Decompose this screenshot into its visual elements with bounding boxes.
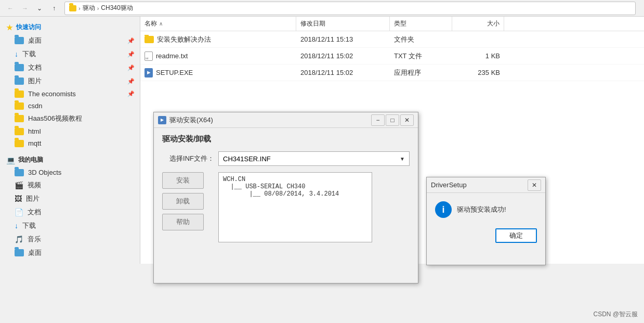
driver-heading: 驱动安装/卸载: [162, 134, 410, 144]
folder-3d-icon: [15, 169, 24, 176]
driver-dialog-maximize[interactable]: □: [386, 114, 399, 126]
sidebar-item-mqtt[interactable]: mqtt: [0, 137, 140, 149]
sidebar-item-economists[interactable]: The economists 📌: [0, 88, 140, 100]
sidebar-item-pictures[interactable]: 图片 📌: [0, 74, 140, 88]
driver-buttons: 安装 卸载 帮助: [162, 172, 204, 230]
file-size-cell: 235 KB: [452, 69, 504, 76]
sidebar-item-music[interactable]: 🎵 音乐: [0, 232, 140, 246]
pin-icon: 📌: [127, 37, 135, 44]
sidebar-item-label: mqtt: [28, 139, 41, 147]
sidebar-item-haas[interactable]: Haas506视频教程: [0, 112, 140, 125]
sidebar-item-label: csdn: [28, 102, 42, 110]
download-icon2: ↓: [15, 222, 18, 230]
sidebar-item-documents[interactable]: 文档 📌: [0, 61, 140, 74]
address-bar[interactable]: › 驱动 › CH340驱动: [64, 2, 636, 15]
driversetup-controls: ✕: [528, 179, 541, 191]
sidebar-item-label: 3D Objects: [28, 169, 61, 176]
address-folder-icon: [69, 5, 76, 11]
dropdown-arrow-icon: ▼: [400, 156, 405, 162]
pin-icon: 📌: [127, 78, 135, 85]
sidebar-item-downloads[interactable]: ↓ 下载 📌: [0, 47, 140, 61]
breadcrumb-part1: 驱动: [83, 4, 95, 12]
computer-icon: 💻: [6, 156, 15, 164]
sidebar-item-label: 图片: [28, 76, 42, 86]
sidebar-item-desktop[interactable]: 桌面 📌: [0, 34, 140, 47]
sidebar-item-label: 桌面: [28, 36, 42, 45]
info-circle-icon: i: [435, 201, 452, 218]
pin-icon: 📌: [127, 51, 135, 58]
forward-button[interactable]: →: [19, 2, 31, 15]
sidebar-item-desktop2[interactable]: 桌面: [0, 246, 140, 260]
nav-controls: ← → ⌄ ↑: [4, 2, 60, 15]
driversetup-message: 驱动预安装成功!: [457, 205, 506, 214]
watermark: CSDN @智云服: [593, 310, 638, 319]
file-type-cell: 文件夹: [390, 35, 452, 44]
title-bar: ← → ⌄ ↑ › 驱动 › CH340驱动: [0, 0, 644, 17]
recent-button[interactable]: ⌄: [33, 2, 46, 15]
driver-dialog-close[interactable]: ✕: [400, 114, 414, 126]
help-button[interactable]: 帮助: [162, 214, 204, 230]
sidebar-item-label: 图片: [26, 194, 40, 203]
col-date[interactable]: 修改日期: [296, 17, 390, 31]
folder-icon: [15, 115, 24, 122]
sidebar-item-3d-objects[interactable]: 3D Objects: [0, 166, 140, 178]
pin-icon: 📌: [127, 91, 135, 97]
driver-dialog-icon: ▶: [158, 116, 166, 124]
pin-icon: 📌: [127, 64, 135, 71]
sidebar-item-documents2[interactable]: 📄 文档: [0, 205, 140, 219]
file-name-cell: readme.txt: [140, 51, 296, 61]
desktop-folder-icon: [15, 249, 24, 256]
exe-file-icon: ▶: [144, 68, 153, 77]
file-size-cell: 1 KB: [452, 52, 504, 60]
my-computer-label: 我的电脑: [18, 156, 43, 164]
driver-dialog-content: 驱动安装/卸载 选择INF文件： CH341SER.INF ▼ WCH.CN |…: [154, 128, 418, 249]
table-row[interactable]: readme.txt 2018/12/11 15:02 TXT 文件 1 KB: [140, 48, 644, 64]
driver-dialog-minimize[interactable]: −: [371, 114, 385, 126]
back-button[interactable]: ←: [4, 2, 17, 15]
document-icon: 📄: [15, 208, 23, 216]
folder-icon: [15, 37, 24, 44]
file-date-cell: 2018/12/11 15:13: [296, 35, 390, 43]
sidebar-item-pictures2[interactable]: 🖼 图片: [0, 192, 140, 205]
col-type[interactable]: 类型: [390, 17, 452, 31]
sidebar-item-label: 音乐: [28, 235, 41, 244]
star-icon: ★: [6, 23, 13, 32]
folder-icon: [15, 64, 24, 71]
sidebar-item-csdn[interactable]: csdn: [0, 100, 140, 112]
driversetup-ok-button[interactable]: 确定: [495, 228, 537, 243]
quick-access-header[interactable]: ★ 快速访问: [0, 21, 140, 34]
folder-icon: [15, 91, 24, 98]
file-list-header: 名称 ∧ 修改日期 类型 大小: [140, 17, 644, 31]
install-button[interactable]: 安装: [162, 172, 204, 189]
table-row[interactable]: ▶ SETUP.EXE 2018/12/11 15:02 应用程序 235 KB: [140, 64, 644, 81]
file-date-cell: 2018/12/11 15:02: [296, 69, 390, 76]
sort-arrow: ∧: [159, 21, 163, 27]
breadcrumb-part2: CH340驱动: [101, 4, 133, 12]
row-folder-icon: [144, 36, 154, 43]
inf-label: 选择INF文件：: [162, 154, 214, 163]
driver-output-text: WCH.CN |__ USB-SERIAL CH340 |__ 08/08/20…: [223, 176, 367, 198]
inf-dropdown[interactable]: CH341SER.INF ▼: [218, 151, 410, 166]
video-icon: 🎬: [15, 181, 23, 189]
uninstall-button[interactable]: 卸载: [162, 193, 204, 210]
file-name-cell: ▶ SETUP.EXE: [140, 68, 296, 77]
inf-dropdown-value: CH341SER.INF: [223, 155, 271, 163]
sidebar-item-label: 文档: [28, 63, 42, 72]
sidebar-item-downloads2[interactable]: ↓ 下载: [0, 219, 140, 232]
driversetup-close[interactable]: ✕: [528, 179, 541, 191]
up-button[interactable]: ↑: [48, 2, 60, 15]
col-size[interactable]: 大小: [452, 17, 504, 31]
sidebar-item-html[interactable]: html: [0, 125, 140, 137]
driversetup-content: i 驱动预安装成功! 确定: [427, 193, 545, 251]
col-name[interactable]: 名称 ∧: [140, 17, 296, 31]
driver-install-dialog: ▶ 驱动安装(X64) − □ ✕ 驱动安装/卸载 选择INF文件： CH341…: [153, 112, 418, 283]
file-date-cell: 2018/12/11 15:02: [296, 52, 390, 60]
table-row[interactable]: 安装失败解决办法 2018/12/11 15:13 文件夹: [140, 31, 644, 48]
driver-dialog-titlebar: ▶ 驱动安装(X64) − □ ✕: [154, 112, 418, 128]
my-computer-header[interactable]: 💻 我的电脑: [0, 153, 140, 166]
sidebar-item-videos[interactable]: 🎬 视频: [0, 178, 140, 192]
image-icon: 🖼: [15, 195, 22, 203]
driver-form-row: 选择INF文件： CH341SER.INF ▼: [162, 151, 410, 166]
folder-icon: [15, 77, 24, 85]
folder-icon: [15, 128, 24, 135]
